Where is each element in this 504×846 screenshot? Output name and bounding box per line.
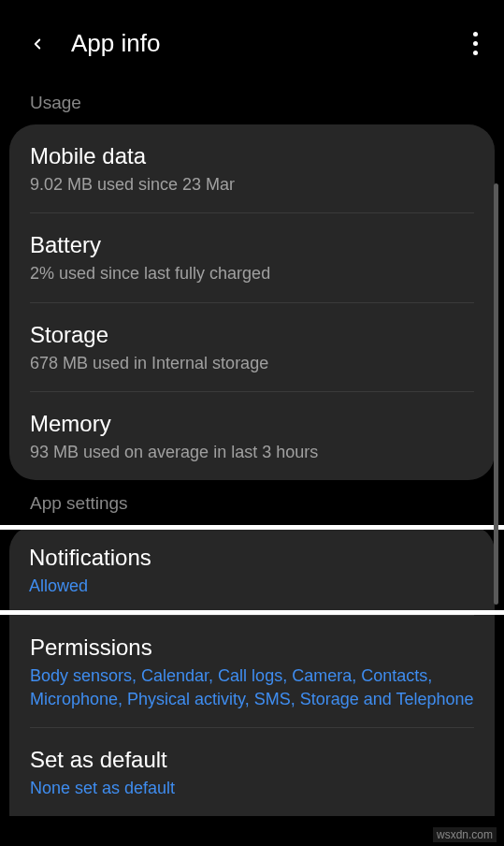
list-item-subtitle: 9.02 MB used since 23 Mar bbox=[30, 173, 474, 196]
list-item-title: Memory bbox=[30, 411, 474, 437]
header-left: App info bbox=[28, 29, 160, 58]
back-icon[interactable] bbox=[28, 35, 47, 53]
list-item-battery[interactable]: Battery 2% used since last fully charged bbox=[9, 213, 495, 301]
list-item-title: Battery bbox=[30, 232, 474, 258]
list-item-notifications[interactable]: Notifications Allowed bbox=[0, 530, 504, 610]
scrollbar[interactable] bbox=[494, 183, 498, 605]
list-item-subtitle: 93 MB used on average in last 3 hours bbox=[30, 441, 474, 463]
highlight-box: Notifications Allowed bbox=[0, 525, 504, 615]
list-item-subtitle: 678 MB used in Internal storage bbox=[30, 352, 474, 374]
list-item-set-as-default[interactable]: Set as default None set as default bbox=[9, 728, 495, 816]
list-item-title: Set as default bbox=[30, 747, 474, 773]
more-icon[interactable] bbox=[468, 26, 483, 61]
header: App info bbox=[0, 0, 504, 80]
list-item-subtitle: 2% used since last fully charged bbox=[30, 262, 474, 284]
app-settings-card: Notifications Allowed Permissions Body s… bbox=[9, 525, 495, 816]
list-item-subtitle: Body sensors, Calendar, Call logs, Camer… bbox=[30, 664, 474, 710]
list-item-mobile-data[interactable]: Mobile data 9.02 MB used since 23 Mar bbox=[9, 124, 495, 212]
list-item-subtitle: None set as default bbox=[30, 777, 474, 799]
watermark: wsxdn.com bbox=[433, 827, 497, 842]
section-label-usage: Usage bbox=[0, 80, 504, 124]
list-item-permissions[interactable]: Permissions Body sensors, Calendar, Call… bbox=[9, 616, 495, 727]
list-item-storage[interactable]: Storage 678 MB used in Internal storage bbox=[9, 303, 495, 391]
section-label-app-settings: App settings bbox=[0, 480, 504, 525]
list-item-title: Storage bbox=[30, 322, 474, 348]
list-item-memory[interactable]: Memory 93 MB used on average in last 3 h… bbox=[9, 392, 495, 480]
usage-card: Mobile data 9.02 MB used since 23 Mar Ba… bbox=[9, 124, 495, 480]
list-item-title: Mobile data bbox=[30, 143, 474, 169]
list-item-subtitle: Allowed bbox=[29, 575, 475, 597]
page-title: App info bbox=[71, 29, 160, 58]
list-item-title: Notifications bbox=[29, 545, 475, 571]
list-item-title: Permissions bbox=[30, 634, 474, 661]
